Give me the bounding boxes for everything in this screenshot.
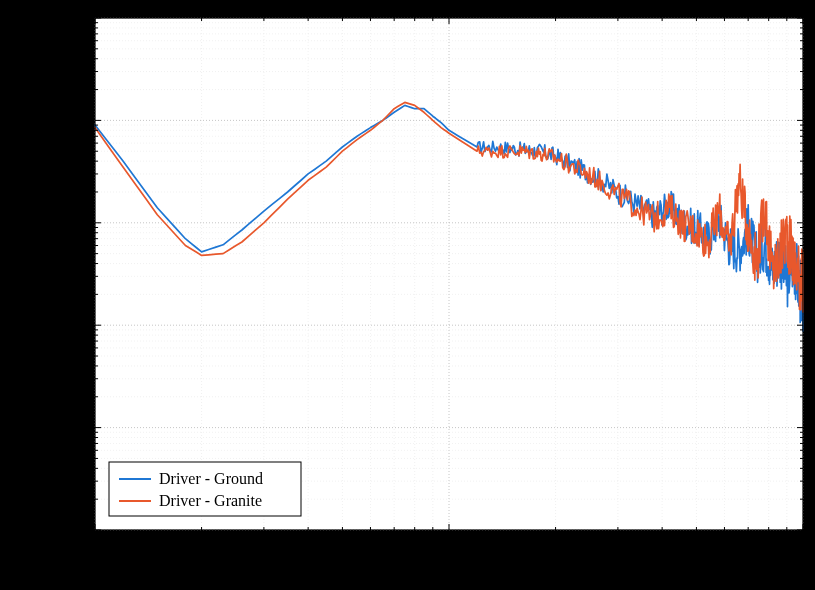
tick-label: 10-6 [60,109,86,128]
chart-container: 10110210310-1010-910-810-710-610-5 Frequ… [0,0,815,590]
legend-label: Driver - Granite [159,492,262,509]
tick-label: 101 [84,534,106,553]
legend: Driver - GroundDriver - Granite [109,462,301,516]
legend-label: Driver - Ground [159,470,263,487]
tick-label: 10-7 [60,212,86,231]
x-axis-label: Frequency [Hz] [399,561,500,579]
tick-label: 103 [792,534,814,553]
tick-label: 102 [438,534,460,553]
chart-svg: 10110210310-1010-910-810-710-610-5 Frequ… [0,0,815,590]
tick-label: 10-10 [54,519,85,538]
y-axis-label: Magnitude of Receptance [m/N] [11,170,29,377]
tick-label: 10-5 [60,7,86,26]
tick-label: 10-8 [60,314,86,333]
tick-label: 10-9 [60,417,86,436]
